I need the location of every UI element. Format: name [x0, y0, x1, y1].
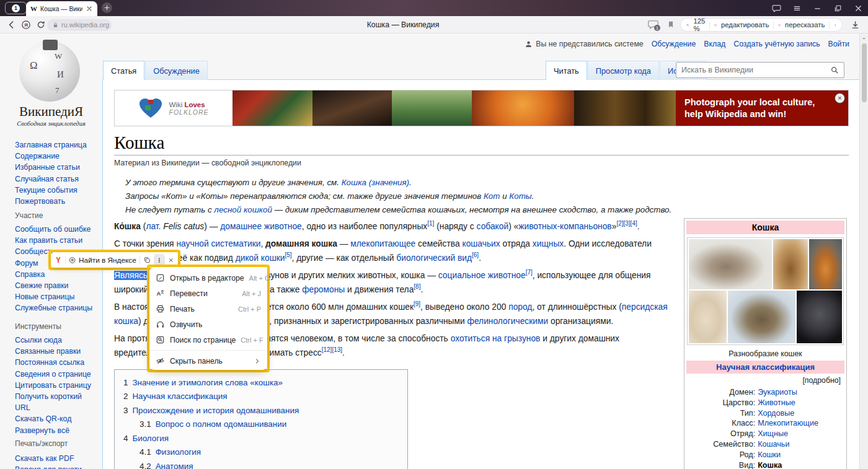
sidebar-link[interactable]: Справка	[15, 269, 97, 280]
wiki-search-box[interactable]	[676, 62, 844, 78]
personal-link-create-account[interactable]: Создать учётную запись	[733, 40, 820, 48]
edit-page-icon[interactable]	[714, 21, 717, 29]
toc-item[interactable]: 4Биология	[123, 432, 399, 446]
side-panel-icon[interactable]	[772, 4, 781, 13]
sidebar-link[interactable]: Ссылки сюда	[15, 335, 97, 346]
classification-row: Семейство: Кошачьи	[689, 439, 842, 450]
scrollbar-thumb[interactable]	[862, 43, 867, 102]
workspace-button[interactable]: 1	[5, 2, 27, 14]
view-tab[interactable]: Просмотр кода	[588, 61, 659, 80]
lock-icon	[52, 22, 59, 28]
sidebar-link[interactable]: Избранные статьи	[15, 162, 97, 173]
browser-menu-icon[interactable]	[792, 4, 802, 13]
kebab-menu-icon[interactable]	[834, 21, 836, 29]
yandex-menu-highlight: Открыть в редакторе Alt + O А Перевести …	[147, 265, 270, 372]
wiki-loves-folklore-banner[interactable]: Wiki Loves FOLKLORE Photograph your loca…	[114, 90, 849, 126]
classification-row: Тип: Хордовые	[689, 408, 842, 419]
toc-item[interactable]: 4.2Анатомия	[140, 460, 399, 469]
classification-row: Класс: Млекопитающие	[689, 418, 842, 429]
infobox-classification-header[interactable]: Научная классификация	[686, 361, 844, 374]
address-bar[interactable]: ru.wikipedia.org	[47, 19, 112, 31]
classification-row: Отряд: Хищные	[689, 429, 842, 439]
minimize-icon[interactable]	[813, 4, 822, 13]
taxobox: Кошка Разнообразие кошек Научная классиф…	[684, 218, 847, 469]
banner-brand-folklore: FOLKLORE	[169, 108, 208, 116]
tabs-sync-icon[interactable]: 1	[647, 19, 659, 30]
sidebar-section-tools: Инструменты	[15, 322, 61, 331]
sidebar-link[interactable]: Цитировать страницу	[15, 380, 97, 391]
copy-icon[interactable]	[143, 255, 151, 265]
retell-icon[interactable]	[778, 21, 781, 29]
sidebar-link[interactable]: Версия для печати	[15, 464, 97, 469]
namespace-tab[interactable]: Статья	[103, 61, 144, 80]
eye-off-icon	[156, 356, 165, 366]
sidebar-link[interactable]: Постоянная ссылка	[15, 357, 97, 368]
sidebar-link[interactable]: Пожертвовать	[15, 196, 97, 207]
infobox-details-link[interactable]: [подробно]	[686, 374, 844, 386]
sidebar-link[interactable]: Текущие события	[15, 185, 97, 196]
personal-link-talk[interactable]: Обсуждение	[652, 40, 696, 48]
tab-close-icon[interactable]	[86, 5, 93, 12]
search-icon[interactable]	[830, 66, 839, 74]
sidebar-link[interactable]: Служебные страницы	[15, 302, 97, 313]
bookmark-icon[interactable]	[666, 20, 675, 29]
toc-item[interactable]: 3.1Вопрос о полном одомашнивании	[140, 418, 399, 432]
page-scrollbar[interactable]	[859, 33, 868, 469]
wikipedia-globe-logo[interactable]: Ω W И 7	[19, 41, 80, 102]
sidebar-link[interactable]: Свежие правки	[15, 280, 97, 291]
workspace-badge: 1	[12, 4, 20, 12]
menu-item[interactable]: Поиск по странице Ctrl + F	[149, 332, 267, 348]
banner-photo	[312, 90, 392, 126]
downloads-icon[interactable]	[851, 20, 860, 30]
sidebar-link[interactable]: Получить короткий URL	[15, 391, 97, 413]
find-in-yandex-button[interactable]: Найти в Яндексе	[79, 256, 136, 265]
sidebar-link[interactable]: Заглавная страница	[15, 139, 97, 151]
menu-item[interactable]: Открыть в редакторе Alt + O	[149, 270, 267, 286]
toc-item[interactable]: 4.1Физиология	[140, 445, 399, 460]
menu-item[interactable]: Печать Ctrl + P	[149, 301, 267, 317]
toc-item[interactable]: 2Научная классификация	[123, 390, 399, 404]
toc-item[interactable]: 1Значение и этимология слова «кошка»	[123, 376, 399, 390]
sidebar-link[interactable]: Как править статьи	[15, 235, 97, 246]
sidebar-link[interactable]: Скачать QR-код	[15, 413, 97, 424]
sidebar-link[interactable]: Скачать как PDF	[15, 453, 97, 464]
edit-page-button[interactable]: редактировать	[721, 21, 769, 28]
sidebar-link[interactable]: Развернуть всё	[15, 425, 97, 436]
browser-toolbar: Я ru.wikipedia.org Кошка — Википедия 1 1…	[0, 16, 868, 33]
sidebar-link[interactable]: Связанные правки	[15, 346, 97, 357]
new-tab-button[interactable]	[102, 2, 112, 13]
sidebar-link[interactable]: Новые страницы	[15, 291, 97, 302]
sidebar-link[interactable]: Сообщить об ошибке	[15, 224, 97, 235]
close-icon[interactable]	[854, 4, 863, 13]
personal-link-login[interactable]: Войти	[828, 40, 849, 48]
zoom-icon[interactable]	[686, 21, 689, 29]
restore-icon[interactable]	[833, 4, 843, 13]
browser-tab[interactable]: W Кошка — Википедия	[26, 1, 97, 16]
view-tab[interactable]: Читать	[546, 61, 587, 80]
cat-photo-siamese	[689, 291, 727, 343]
sidebar-link[interactable]: Сведения о странице	[15, 369, 97, 380]
paragraph: С точки зрения научной систематики, дома…	[114, 237, 675, 266]
menu-item[interactable]: А Перевести Alt + J	[149, 286, 267, 301]
toc-item[interactable]: 3Происхождение и история одомашнивания	[123, 404, 399, 418]
reload-icon[interactable]	[36, 20, 46, 30]
yandex-home-icon[interactable]: Я	[21, 20, 31, 30]
sidebar-nav-tools: Ссылки сюдаСвязанные правкиПостоянная сс…	[15, 335, 97, 436]
menu-item[interactable]: Озвучить	[149, 317, 267, 332]
namespace-tab[interactable]: Обсуждение	[145, 61, 208, 80]
panel-close-icon[interactable]	[168, 256, 174, 264]
scrollbar-up-icon[interactable]	[861, 35, 867, 41]
retell-button[interactable]: пересказать	[785, 21, 825, 28]
banner-close-icon[interactable]: ×	[835, 93, 845, 103]
sidebar-link[interactable]: Случайная статья	[15, 173, 97, 185]
banner-message[interactable]: Photograph your local culture, help Wiki…	[676, 90, 848, 126]
wikipedia-wordmark[interactable]: ВикипедиЯ	[0, 104, 102, 120]
sidebar-link[interactable]: Содержание	[15, 151, 97, 162]
banner-brand-word: Wiki	[169, 101, 182, 108]
zoom-level[interactable]: 125 %	[693, 17, 705, 32]
back-icon[interactable]	[6, 20, 16, 30]
personal-link-contribs[interactable]: Вклад	[704, 40, 725, 48]
wiki-search-input[interactable]	[681, 66, 830, 74]
menu-item-hide-panel[interactable]: Скрыть панель	[149, 353, 267, 369]
tab-title: Кошка — Википедия	[40, 6, 82, 12]
